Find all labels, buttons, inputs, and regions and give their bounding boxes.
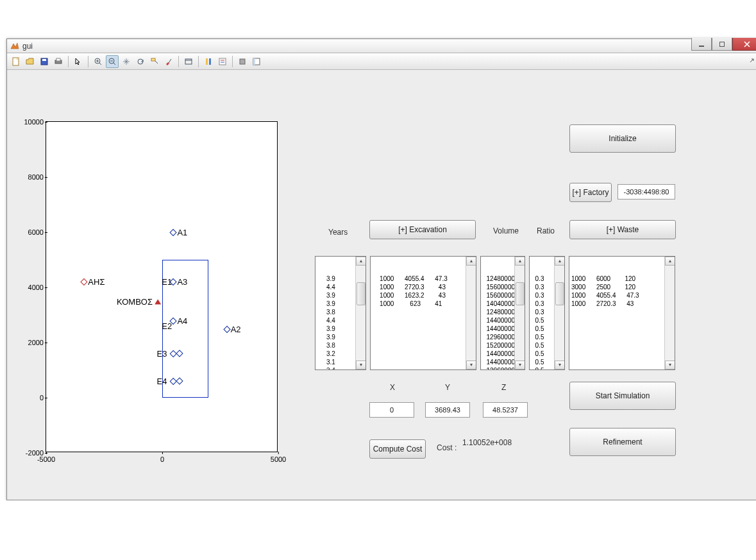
years-listbox[interactable]: 3.9 4.4 3.9 3.9 3.8 4.4 3.9 3.9 3.8 3.2 … — [315, 256, 366, 370]
scroll-down-icon[interactable]: ▾ — [665, 361, 675, 369]
excavation-button[interactable]: [+] Excavation — [369, 220, 476, 239]
plot-point: E2 — [162, 321, 172, 331]
toolbar — [7, 53, 756, 70]
list-item[interactable]: 1000 623 41 — [373, 300, 474, 308]
svg-rect-2 — [42, 59, 46, 61]
list-item[interactable]: 1000 4055.4 47.3 — [571, 291, 673, 300]
plot-point: E4 — [156, 377, 177, 386]
axis-tick-y: 2000 — [21, 339, 44, 346]
plot-point: E1 — [162, 277, 172, 287]
compute-cost-button[interactable]: Compute Cost — [369, 439, 426, 459]
matlab-icon — [10, 41, 20, 51]
figure-content: -20000200040006000800010000-500005000A1A… — [7, 70, 756, 500]
axis-tick-y: 6000 — [21, 228, 44, 236]
svg-line-14 — [155, 61, 158, 64]
list-item[interactable]: 1000 2720.3 43 — [373, 283, 474, 291]
scroll-up-icon[interactable]: ▴ — [555, 257, 565, 266]
close-button[interactable] — [732, 38, 756, 51]
axis-tick-y: 8000 — [21, 173, 44, 181]
svg-rect-20 — [219, 58, 226, 65]
svg-rect-4 — [56, 58, 60, 61]
zoom-in-icon[interactable] — [92, 55, 105, 68]
waste-button[interactable]: [+] Waste — [569, 220, 676, 239]
scroll-thumb[interactable] — [555, 282, 564, 305]
svg-rect-13 — [151, 58, 155, 61]
x-label: X — [390, 383, 395, 392]
link-icon[interactable] — [182, 55, 195, 68]
factory-coords-input[interactable] — [617, 184, 675, 199]
cost-label: Cost : — [437, 443, 457, 452]
titlebar: gui — [7, 39, 756, 53]
scroll-up-icon[interactable]: ▴ — [665, 257, 675, 266]
dock-icon[interactable] — [746, 55, 756, 68]
list-item[interactable]: 1000 1623.2 43 — [373, 291, 474, 300]
legend-icon[interactable] — [216, 55, 229, 68]
minimize-button[interactable] — [691, 38, 712, 51]
scroll-thumb[interactable] — [516, 282, 525, 305]
brush-icon[interactable] — [162, 55, 175, 68]
svg-rect-23 — [240, 59, 245, 64]
axis-tick-x: 5000 — [271, 455, 286, 463]
start-simulation-button[interactable]: Start Simulation — [569, 382, 676, 410]
scroll-up-icon[interactable]: ▴ — [466, 257, 476, 266]
volume-label: Volume — [493, 226, 519, 235]
x-input[interactable] — [369, 402, 414, 418]
scroll-down-icon[interactable]: ▾ — [466, 361, 476, 369]
axis-tick-y: 10000 — [21, 118, 44, 126]
list-item[interactable]: 1000 6000 120 — [571, 275, 673, 283]
list-item[interactable]: 3000 2500 120 — [571, 283, 673, 291]
svg-line-6 — [99, 63, 101, 65]
svg-rect-19 — [209, 58, 211, 65]
plot-axes[interactable]: -20000200040006000800010000-500005000A1A… — [46, 121, 278, 452]
scrollbar[interactable]: ▴ ▾ — [355, 257, 365, 369]
rotate-icon[interactable] — [134, 55, 147, 68]
scroll-down-icon[interactable]: ▾ — [356, 361, 366, 369]
scroll-down-icon[interactable]: ▾ — [555, 361, 565, 369]
plot-point: ΚΟΜΒΟΣ — [117, 296, 162, 306]
window-controls — [691, 38, 756, 51]
plot-point: A1 — [169, 228, 187, 237]
y-input[interactable] — [425, 402, 470, 418]
save-icon[interactable] — [38, 55, 51, 68]
volume-listbox[interactable]: 12480000 15600000 15600000 14040000 1248… — [480, 256, 525, 370]
svg-line-10 — [113, 63, 115, 65]
initialize-button[interactable]: Initialize — [569, 124, 676, 153]
axis-tick-y: 4000 — [21, 284, 44, 291]
waste-listbox[interactable]: 1000 6000 1203000 2500 1201000 4055.4 47… — [569, 256, 675, 370]
scrollbar[interactable]: ▴ ▾ — [466, 257, 476, 369]
scroll-thumb[interactable] — [357, 282, 365, 305]
plot-point: ΑΗΣ — [80, 277, 105, 287]
colorbar-icon[interactable] — [202, 55, 215, 68]
scroll-up-icon[interactable]: ▴ — [356, 257, 366, 266]
new-file-icon[interactable] — [10, 55, 22, 68]
ratio-listbox[interactable]: 0.3 0.3 0.3 0.3 0.3 0.5 0.5 0.5 0.5 0.5 … — [529, 256, 565, 370]
list-item[interactable]: 1000 4055.4 47.3 — [373, 275, 474, 283]
hide-tools-icon[interactable] — [236, 55, 249, 68]
print-icon[interactable] — [52, 55, 65, 68]
factory-button[interactable]: [+] Factory — [569, 183, 612, 202]
axis-tick-x: -5000 — [37, 455, 55, 463]
plot-point: A4 — [169, 316, 187, 325]
open-folder-icon[interactable] — [24, 55, 37, 68]
scroll-down-icon[interactable]: ▾ — [515, 361, 525, 369]
app-window: gui -20 — [6, 38, 756, 500]
refinement-button[interactable]: Refinement — [569, 428, 676, 456]
pointer-icon[interactable] — [72, 55, 85, 68]
scrollbar[interactable]: ▴ ▾ — [664, 257, 675, 369]
axis-tick-x: 0 — [160, 455, 164, 463]
axis-tick-y: 0 — [21, 394, 44, 402]
scrollbar[interactable]: ▴ ▾ — [554, 257, 564, 369]
y-label: Y — [445, 383, 450, 392]
zoom-out-icon[interactable] — [106, 55, 119, 68]
scroll-up-icon[interactable]: ▴ — [515, 257, 525, 266]
z-label: Z — [501, 383, 506, 392]
excavation-listbox[interactable]: 1000 4055.4 47.3 1000 2720.3 43 1000 162… — [370, 256, 476, 370]
maximize-button[interactable] — [712, 38, 732, 51]
list-item[interactable]: 1000 2720.3 43 — [571, 300, 673, 308]
plot-point: A2 — [223, 324, 241, 334]
data-cursor-icon[interactable] — [148, 55, 161, 68]
show-tools-icon[interactable] — [250, 55, 263, 68]
z-input[interactable] — [483, 402, 528, 418]
pan-icon[interactable] — [120, 55, 133, 68]
scrollbar[interactable]: ▴ ▾ — [514, 257, 525, 369]
